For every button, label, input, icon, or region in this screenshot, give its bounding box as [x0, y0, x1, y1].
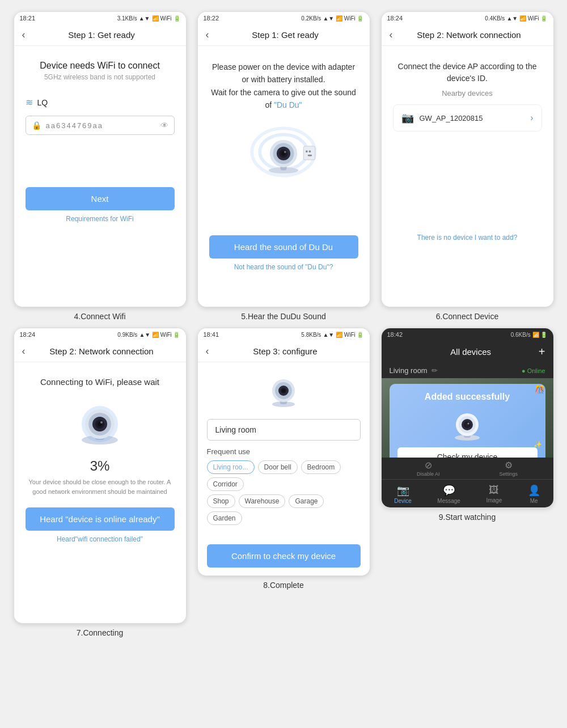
tag-shop[interactable]: Shop — [207, 494, 235, 508]
status-icons-6: 0.4KB/s ▲▼ 📶 WiFi 🔋 — [485, 15, 547, 22]
disable-ai-btn[interactable]: ⊘ Disable AI — [417, 460, 440, 477]
tag-garage[interactable]: Garage — [289, 494, 324, 508]
cam-svg-8 — [261, 370, 306, 410]
message-tab-label: Message — [437, 498, 460, 504]
time-6: 18:24 — [387, 15, 403, 22]
tag-livingroom[interactable]: Living roo... — [207, 460, 255, 474]
settings-label: Settings — [499, 471, 518, 477]
screen5-phone: 18:22 0.2KB/s ▲▼ 📶 WiFi 🔋 ‹ Step 1: Get … — [197, 11, 370, 307]
nav-bar-6: ‹ Step 2: Network connection — [382, 24, 553, 46]
check-device-button[interactable]: Check my device — [397, 447, 538, 458]
status-bar-7: 18:24 0.9KB/s ▲▼ 📶 WiFi 🔋 — [14, 328, 186, 341]
nav-title-7: Step 2: Network connection — [26, 346, 178, 356]
success-cam-svg — [447, 408, 487, 442]
tag-corridor[interactable]: Corridor — [207, 477, 244, 491]
screen4-wrapper: 18:21 3.1KB/s ▲▼ 📶 WiFi 🔋 ‹ Step 1: Get … — [11, 11, 188, 321]
message-tab-icon: 💬 — [443, 484, 455, 497]
heard-online-button[interactable]: Heard "device is online already" — [26, 507, 175, 531]
image-tab-icon: 🖼 — [489, 484, 499, 496]
settings-btn[interactable]: ⚙ Settings — [499, 460, 518, 477]
image-tab-label: Image — [486, 497, 502, 503]
svg-point-37 — [468, 423, 469, 425]
highlight-dudu: "Du Du" — [274, 100, 302, 109]
not-heard-link[interactable]: Not heard the sound of "Du Du"? — [209, 263, 358, 271]
device-row[interactable]: 📷 GW_AP_12020815 › — [393, 104, 542, 132]
time-8: 18:41 — [204, 331, 219, 338]
next-button[interactable]: Next — [26, 187, 175, 210]
percent-7: 3% — [26, 458, 175, 474]
tab-device[interactable]: 📷 Device — [394, 484, 412, 504]
svg-point-9 — [284, 151, 286, 153]
caption-5: 5.Hear the DuDu Sound — [241, 312, 325, 321]
screen9-phone: 18:42 0.6KB/s 📶 🔋 All devices + Living r… — [381, 328, 554, 508]
heard-dudu-button[interactable]: Heard the sound of Du Du — [209, 235, 358, 259]
tab-me[interactable]: 👤 Me — [528, 484, 540, 504]
screen9-header: All devices + — [382, 341, 553, 363]
tags-row-1: Living roo... Door bell Bedroom Corridor — [207, 460, 361, 491]
body-7: Connecting to WiFi, please wait — [14, 362, 186, 623]
connect-text-7: Connecting to WiFi, please wait — [26, 377, 175, 387]
bottom-tab-bar: 📷 Device 💬 Message 🖼 Image 👤 Me — [382, 479, 553, 507]
eye-icon[interactable]: 👁 — [160, 121, 168, 130]
screen4-phone: 18:21 3.1KB/s ▲▼ 📶 WiFi 🔋 ‹ Step 1: Get … — [14, 11, 187, 307]
screen7-phone: 18:24 0.9KB/s ▲▼ 📶 WiFi 🔋 ‹ Step 2: Netw… — [14, 328, 187, 624]
screen8-wrapper: 18:41 5.8KB/s ▲▼ 📶 WiFi 🔋 ‹ Step 3: conf… — [195, 328, 372, 637]
screen9-device-row: Living room ✏ ● Online — [382, 363, 553, 378]
status-icons-7: 0.9KB/s ▲▼ 📶 WiFi 🔋 — [117, 332, 180, 338]
confetti: 🎊 — [535, 385, 544, 394]
body-8: Frequent use Living roo... Door bell Bed… — [198, 362, 370, 575]
svg-rect-10 — [303, 146, 315, 159]
body-5: Please power on the device with adapter … — [198, 46, 370, 307]
svg-point-11 — [306, 150, 308, 153]
tag-doorbell[interactable]: Door bell — [258, 460, 298, 474]
tag-garden[interactable]: Garden — [207, 511, 242, 525]
svg-rect-13 — [308, 154, 312, 156]
nav-bar-7: ‹ Step 2: Network connection — [14, 341, 186, 362]
status-bar-5: 18:22 0.2KB/s ▲▼ 📶 WiFi 🔋 — [198, 12, 370, 24]
settings-icon: ⚙ — [505, 460, 513, 471]
wifi-icon: ≋ — [26, 97, 33, 108]
screen8-phone: 18:41 5.8KB/s ▲▼ 📶 WiFi 🔋 ‹ Step 3: conf… — [197, 328, 370, 576]
instruction-text: Please power on the device with adapter … — [209, 61, 358, 112]
disable-icon: ⊘ — [425, 460, 432, 471]
nav-bar-4: ‹ Step 1: Get ready — [14, 24, 186, 46]
confetti2: ✨ — [534, 441, 542, 448]
requirements-link[interactable]: Requirements for WiFi — [26, 215, 175, 223]
device-arrow: › — [530, 113, 533, 123]
screen9-title: All devices — [450, 347, 491, 357]
device-name: GW_AP_12020815 — [420, 114, 525, 122]
hint-text-7: Your device should be close enough to th… — [26, 477, 175, 496]
password-row[interactable]: 🔒 aa6344769aa 👁 — [26, 116, 175, 135]
body-6: Connect the device AP according to thede… — [382, 46, 553, 307]
add-device-button[interactable]: + — [539, 345, 545, 358]
main-title-4: Device needs WiFi to connect — [26, 61, 175, 71]
edit-icon[interactable]: ✏ — [431, 366, 438, 375]
camera-illustration-5 — [247, 121, 320, 183]
status-bar-4: 18:21 3.1KB/s ▲▼ 📶 WiFi 🔋 — [14, 12, 186, 24]
wifi-name: LQ — [37, 98, 48, 107]
time-4: 18:21 — [20, 15, 36, 22]
device-name-input[interactable] — [207, 419, 361, 441]
body-4: Device needs WiFi to connect 5GHz wirele… — [14, 46, 186, 307]
wifi-failed-link[interactable]: Heard"wifi connection failed" — [26, 535, 175, 543]
tab-image[interactable]: 🖼 Image — [486, 484, 502, 504]
password-field[interactable]: aa6344769aa — [46, 121, 156, 130]
screen5-wrapper: 18:22 0.2KB/s ▲▼ 📶 WiFi 🔋 ‹ Step 1: Get … — [195, 11, 372, 321]
room-label: Living room ✏ — [390, 366, 438, 375]
svg-point-12 — [309, 150, 311, 153]
no-device-link[interactable]: There is no device I want to add? — [393, 234, 542, 242]
sub-title-4: 5GHz wireless band is not supported — [26, 73, 175, 81]
tag-bedroom[interactable]: Bedroom — [301, 460, 341, 474]
screen6-phone: 18:24 0.4KB/s ▲▼ 📶 WiFi 🔋 ‹ Step 2: Netw… — [381, 11, 554, 307]
disable-label: Disable AI — [417, 471, 440, 477]
svg-point-22 — [100, 421, 103, 424]
tag-warehouse[interactable]: Warehouse — [239, 494, 286, 508]
connect-title-6: Connect the device AP according to thede… — [393, 61, 542, 84]
nearby-label: Nearby devices — [393, 89, 542, 98]
caption-6: 6.Connect Device — [436, 312, 499, 321]
confirm-button[interactable]: Confirm to check my device — [207, 544, 361, 568]
nav-bar-5: ‹ Step 1: Get ready — [198, 24, 370, 46]
lock-icon: 🔒 — [32, 121, 41, 130]
online-status: ● Online — [522, 367, 545, 374]
tab-message[interactable]: 💬 Message — [437, 484, 460, 504]
